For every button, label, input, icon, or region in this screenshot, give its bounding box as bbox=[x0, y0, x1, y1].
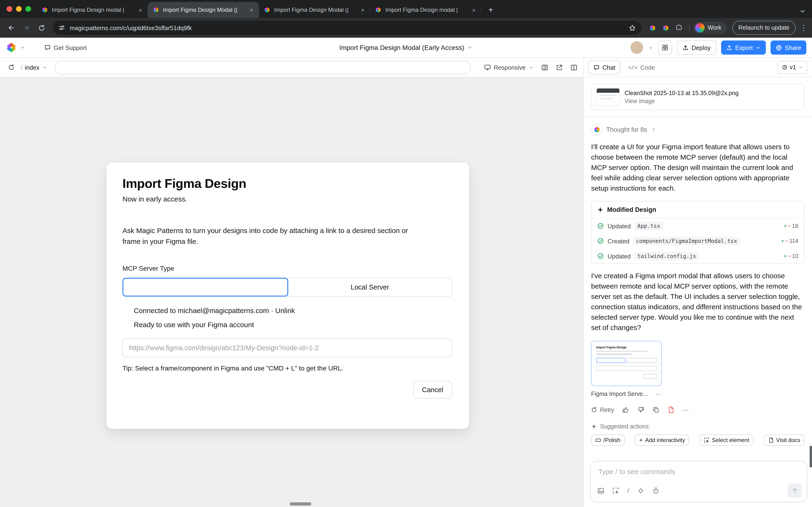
tab-close-icon[interactable]: × bbox=[470, 6, 478, 14]
split-view-icon[interactable] bbox=[571, 64, 578, 71]
polish-chip[interactable]: /Polish bbox=[591, 434, 625, 446]
site-settings-icon[interactable] bbox=[58, 24, 65, 31]
timer-icon[interactable] bbox=[652, 487, 659, 494]
preview-more-icon[interactable]: ⋯ bbox=[655, 391, 662, 398]
connected-status-text[interactable]: Connected to michael@magicpatterns.com ·… bbox=[122, 306, 452, 315]
relaunch-to-update-button[interactable]: Relaunch to update bbox=[732, 21, 796, 35]
slash-command-icon[interactable]: / bbox=[628, 487, 629, 494]
visit-docs-chip[interactable]: Visit docs bbox=[764, 434, 805, 446]
change-row[interactable]: Updated App.tsx +−16 bbox=[592, 218, 804, 233]
add-interactivity-chip[interactable]: + Add interactivity bbox=[635, 434, 689, 446]
more-actions-icon[interactable]: ⋯ bbox=[683, 406, 690, 413]
modified-design-card: Modified Design Updated App.tsx +−16 Cre… bbox=[591, 201, 805, 264]
send-button[interactable] bbox=[788, 484, 802, 498]
get-support-link[interactable]: Get Support bbox=[44, 44, 87, 51]
share-button[interactable]: Share bbox=[771, 41, 806, 55]
tab-close-icon[interactable]: × bbox=[137, 6, 144, 14]
horizontal-scrollbar-thumb[interactable] bbox=[290, 502, 311, 506]
chat-composer[interactable]: / bbox=[590, 461, 807, 502]
change-row[interactable]: Created components/FigmaImportModal.tsx … bbox=[592, 233, 804, 248]
retry-button[interactable]: Retry bbox=[591, 406, 614, 413]
responsive-label: Responsive bbox=[494, 64, 526, 71]
deploy-label: Deploy bbox=[692, 44, 711, 51]
toolbar-divider bbox=[689, 23, 689, 32]
chat-input[interactable] bbox=[597, 467, 802, 476]
reload-icon[interactable] bbox=[35, 21, 48, 34]
editor-toolbar: / index Responsive Chat bbox=[0, 58, 812, 77]
fullscreen-window-button[interactable] bbox=[25, 6, 31, 12]
message-actions: Retry ⋯ bbox=[591, 406, 805, 413]
plus-icon: + bbox=[639, 437, 643, 443]
back-icon[interactable] bbox=[5, 21, 18, 34]
project-title-menu[interactable]: Import Figma Design Modal (Early Access) bbox=[339, 44, 473, 51]
local-server-segment[interactable]: Local Server bbox=[288, 278, 452, 296]
user-avatar[interactable] bbox=[631, 41, 644, 54]
change-row[interactable]: Updated tailwind.config.js +−10 bbox=[592, 248, 804, 264]
browser-menu-kebab-icon[interactable]: ⋮ bbox=[800, 23, 807, 32]
thumbs-down-icon[interactable] bbox=[637, 406, 644, 413]
design-preview-thumbnail[interactable]: Import Figma Design bbox=[591, 341, 662, 386]
monitor-icon bbox=[484, 64, 491, 71]
new-tab-button[interactable]: + bbox=[484, 3, 497, 16]
select-element-icon[interactable] bbox=[612, 487, 619, 494]
browser-tab[interactable]: Import Figma Design modal | × bbox=[370, 2, 481, 18]
path-name: index bbox=[25, 64, 39, 71]
tab-close-icon[interactable]: × bbox=[359, 6, 367, 14]
address-bar[interactable]: magicpatterns.com/c/uqptd6txe3sffar51dq9… bbox=[53, 21, 641, 35]
close-window-button[interactable] bbox=[7, 6, 12, 12]
route-selector[interactable]: / index bbox=[21, 64, 47, 71]
browser-profile-chip[interactable]: Work bbox=[693, 22, 726, 34]
figma-url-input[interactable] bbox=[122, 338, 452, 357]
refresh-preview-icon[interactable] bbox=[6, 64, 17, 71]
components-icon[interactable] bbox=[637, 487, 644, 494]
attach-image-icon[interactable] bbox=[597, 487, 604, 494]
minimize-window-button[interactable] bbox=[16, 6, 22, 12]
thumbs-up-icon[interactable] bbox=[622, 406, 629, 413]
remote-server-segment[interactable] bbox=[122, 278, 288, 296]
apps-grid-button[interactable] bbox=[658, 41, 672, 55]
pinned-extension-icon[interactable] bbox=[662, 24, 669, 31]
chat-scrollbar-thumb[interactable] bbox=[810, 446, 812, 467]
page-title: Import Figma Design Modal (Early Access) bbox=[339, 44, 465, 51]
path-slash: / bbox=[21, 64, 22, 71]
chevron-right-icon[interactable] bbox=[651, 127, 657, 132]
extensions-puzzle-icon[interactable] bbox=[675, 24, 682, 31]
layout-columns-icon[interactable] bbox=[541, 64, 548, 71]
responsive-mode-selector[interactable]: Responsive bbox=[484, 64, 534, 71]
file-icon[interactable] bbox=[667, 406, 674, 413]
cancel-button[interactable]: Cancel bbox=[413, 381, 452, 399]
preview-url-bar[interactable] bbox=[54, 60, 471, 74]
chat-panel: CleanShot 2025-10-13 at 15.35.09@2x.png … bbox=[583, 77, 812, 507]
chevron-down-icon bbox=[798, 65, 803, 70]
server-type-toggle: Local Server bbox=[122, 278, 452, 296]
tab-code[interactable]: </> Code bbox=[628, 64, 655, 71]
view-image-link[interactable]: View image bbox=[625, 98, 739, 104]
magicpatterns-favicon-icon bbox=[153, 7, 159, 13]
tab-search-chevron-icon[interactable] bbox=[797, 8, 808, 15]
magicpatterns-favicon-icon bbox=[42, 7, 48, 13]
chevron-down-icon[interactable] bbox=[20, 45, 25, 50]
browser-tab[interactable]: Import Figma Design modal | × bbox=[37, 2, 148, 18]
tab-chat[interactable]: Chat bbox=[588, 60, 620, 74]
version-selector[interactable]: v1 bbox=[777, 61, 807, 74]
pinned-extension-icon[interactable] bbox=[649, 24, 656, 31]
attachment-card[interactable]: CleanShot 2025-10-13 at 15.35.09@2x.png … bbox=[591, 84, 805, 110]
input-rect-icon bbox=[595, 437, 601, 443]
export-button[interactable]: Export bbox=[721, 41, 766, 55]
tip-text: Tip: Select a frame/component in Figma a… bbox=[122, 364, 452, 372]
chat-bubble-icon bbox=[593, 64, 600, 70]
export-icon bbox=[726, 45, 732, 51]
thought-row[interactable]: Thought for 8s bbox=[591, 124, 805, 135]
select-element-chip[interactable]: Select element bbox=[700, 434, 754, 446]
bookmark-star-icon[interactable] bbox=[629, 24, 636, 31]
deploy-button[interactable]: Deploy bbox=[677, 41, 716, 55]
tab-close-icon[interactable]: × bbox=[248, 6, 255, 14]
browser-tab[interactable]: Import Figma Design Modal (| × bbox=[259, 2, 370, 18]
magicpatterns-logo-icon[interactable] bbox=[6, 42, 17, 53]
open-in-new-icon[interactable] bbox=[556, 64, 563, 71]
chevron-down-icon[interactable] bbox=[648, 45, 653, 50]
chat-tab-label: Chat bbox=[602, 64, 615, 71]
copy-icon[interactable] bbox=[652, 406, 659, 413]
browser-tab-active[interactable]: Import Figma Design Modal (| × bbox=[148, 2, 259, 18]
change-action: Updated bbox=[608, 252, 631, 260]
